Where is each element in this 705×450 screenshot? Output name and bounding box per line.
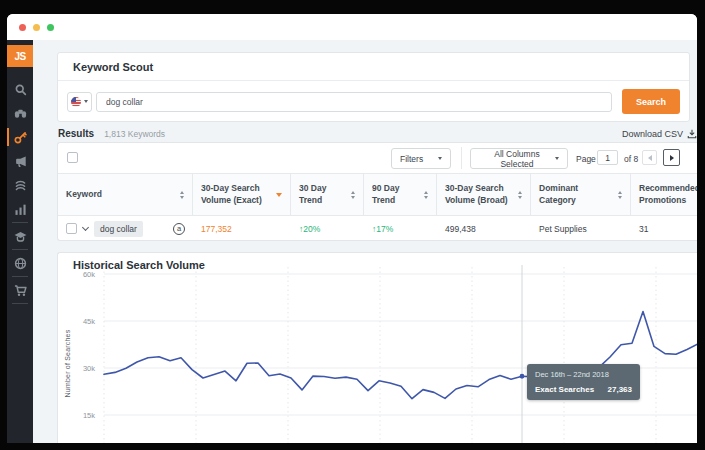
download-icon bbox=[687, 129, 697, 139]
marketplace-selector[interactable] bbox=[67, 92, 92, 112]
filters-button[interactable]: Filters bbox=[391, 148, 451, 169]
toolbar-divider bbox=[461, 147, 462, 169]
previous-page-button[interactable] bbox=[642, 150, 657, 165]
megaphone-icon bbox=[14, 155, 27, 168]
chevron-right-icon bbox=[670, 155, 674, 161]
search-row: Search bbox=[58, 81, 689, 114]
sidebar-divider bbox=[12, 276, 28, 277]
jungle-scout-logo[interactable]: JS bbox=[7, 45, 33, 67]
sidebar-item-keyword-scout[interactable] bbox=[7, 125, 33, 149]
table-toolbar: Filters All Columns Selected Page of 8 bbox=[58, 143, 697, 173]
page-total-label: of 8 bbox=[624, 154, 638, 164]
minimize-window-button[interactable] bbox=[33, 24, 40, 31]
promotions-cell: 31 bbox=[631, 224, 697, 234]
page-title: Keyword Scout bbox=[58, 53, 689, 81]
results-label: Results bbox=[58, 128, 94, 139]
sidebar-item-search[interactable] bbox=[7, 77, 33, 101]
sidebar-divider bbox=[12, 303, 28, 304]
keyword-scout-card: Keyword Scout Search bbox=[57, 52, 690, 122]
search-button[interactable]: Search bbox=[622, 89, 680, 114]
main-content: Keyword Scout Search Results 1,813 Keywo… bbox=[33, 40, 697, 443]
page-number-input[interactable] bbox=[597, 150, 618, 165]
column-label: 30 Day Trend bbox=[299, 183, 351, 205]
results-table-card: Filters All Columns Selected Page of 8 bbox=[57, 142, 697, 241]
page-label: Page bbox=[576, 154, 596, 164]
sidebar-item-web[interactable] bbox=[7, 251, 33, 275]
sidebar-item-store[interactable] bbox=[7, 278, 33, 302]
results-count: 1,813 Keywords bbox=[104, 129, 165, 139]
column-header-dominant-category[interactable]: Dominant Category bbox=[531, 174, 631, 215]
graduation-cap-icon bbox=[14, 230, 27, 243]
sidebar-item-sales-analytics[interactable] bbox=[7, 197, 33, 221]
column-header-90-day-trend[interactable]: 90 Day Trend bbox=[364, 174, 437, 215]
sidebar-divider bbox=[12, 222, 28, 223]
window-titlebar bbox=[7, 14, 697, 40]
columns-label: All Columns Selected bbox=[479, 149, 555, 169]
globe-icon bbox=[14, 257, 27, 270]
column-header-recommended-promotions[interactable]: Recommended Promotions bbox=[631, 174, 697, 215]
column-label: 30-Day Search Volume (Exact) bbox=[201, 183, 276, 205]
column-label: Recommended Promotions bbox=[639, 183, 697, 205]
bar-chart-icon bbox=[14, 203, 27, 216]
keyword-tag: dog collar bbox=[94, 221, 143, 237]
chart-tooltip: Dec 16th – 22nd 2018 Exact Searches 27,3… bbox=[527, 364, 640, 400]
tooltip-date: Dec 16th – 22nd 2018 bbox=[535, 370, 632, 379]
close-window-button[interactable] bbox=[19, 24, 26, 31]
download-csv-label: Download CSV bbox=[622, 129, 683, 139]
cart-icon bbox=[14, 284, 27, 297]
tooltip-series-label: Exact Searches bbox=[535, 385, 594, 394]
sidebar-item-academy[interactable] bbox=[7, 224, 33, 248]
app-body: JS bbox=[7, 40, 697, 443]
next-page-button[interactable] bbox=[663, 149, 680, 166]
column-header-keyword[interactable]: Keyword bbox=[58, 174, 193, 215]
logo-text: JS bbox=[14, 51, 25, 62]
trend-30-cell: 20% bbox=[291, 224, 364, 234]
trend-90-cell: 17% bbox=[364, 224, 437, 234]
desktop-background: JS bbox=[0, 0, 705, 450]
broad-volume-cell: 499,438 bbox=[437, 224, 531, 234]
binoculars-icon bbox=[14, 107, 27, 120]
historical-search-volume-card: Historical Search Volume Number of Searc… bbox=[57, 252, 697, 443]
maximize-window-button[interactable] bbox=[47, 24, 54, 31]
column-label: Dominant Category bbox=[539, 183, 618, 205]
sort-icon bbox=[180, 191, 184, 199]
expand-row-chevron-icon[interactable] bbox=[82, 223, 89, 230]
sidebar-divider bbox=[12, 249, 28, 250]
chevron-down-icon bbox=[84, 100, 88, 103]
select-all-checkbox[interactable] bbox=[67, 152, 78, 163]
key-icon bbox=[14, 131, 27, 144]
table-row[interactable]: dog collar a 177,352 20% 17% 499,438 Pet… bbox=[58, 216, 697, 241]
sidebar-item-supplier[interactable] bbox=[7, 173, 33, 197]
sort-desc-icon bbox=[276, 193, 282, 197]
chevron-down-icon bbox=[438, 157, 442, 160]
column-label: 30-Day Search Volume (Broad) bbox=[445, 183, 518, 205]
keyword-cell: dog collar a bbox=[58, 221, 193, 237]
sidebar-item-product-database[interactable] bbox=[7, 101, 33, 125]
magnifier-icon bbox=[14, 83, 27, 96]
column-label: 90 Day Trend bbox=[372, 183, 424, 205]
search-volume-line-chart[interactable] bbox=[58, 253, 697, 443]
results-summary: Results 1,813 Keywords Download CSV bbox=[58, 128, 697, 139]
sidebar: JS bbox=[7, 40, 33, 443]
columns-selector-button[interactable]: All Columns Selected bbox=[470, 148, 568, 169]
column-header-broad-volume[interactable]: 30-Day Search Volume (Broad) bbox=[437, 174, 531, 215]
column-header-30-day-trend[interactable]: 30 Day Trend bbox=[291, 174, 364, 215]
exact-volume-cell: 177,352 bbox=[193, 224, 291, 234]
sort-icon bbox=[351, 191, 355, 199]
download-csv-link[interactable]: Download CSV bbox=[622, 129, 697, 139]
column-header-exact-volume[interactable]: 30-Day Search Volume (Exact) bbox=[193, 174, 291, 215]
column-label: Keyword bbox=[66, 189, 180, 200]
sort-icon bbox=[424, 191, 428, 199]
keyword-search-input[interactable] bbox=[96, 92, 612, 112]
sidebar-item-launch[interactable] bbox=[7, 149, 33, 173]
us-flag-icon bbox=[71, 97, 81, 107]
row-checkbox[interactable] bbox=[66, 223, 77, 234]
amazon-badge-icon: a bbox=[173, 223, 185, 235]
sort-icon bbox=[518, 191, 522, 199]
sort-icon bbox=[618, 191, 622, 199]
filters-label: Filters bbox=[400, 154, 423, 164]
app-window: JS bbox=[7, 14, 697, 443]
dominant-category-cell: Pet Supplies bbox=[531, 224, 631, 234]
table-header-row: Keyword 30-Day Search Volume (Exact) 30 … bbox=[58, 173, 697, 216]
ribbon-icon bbox=[14, 179, 27, 192]
